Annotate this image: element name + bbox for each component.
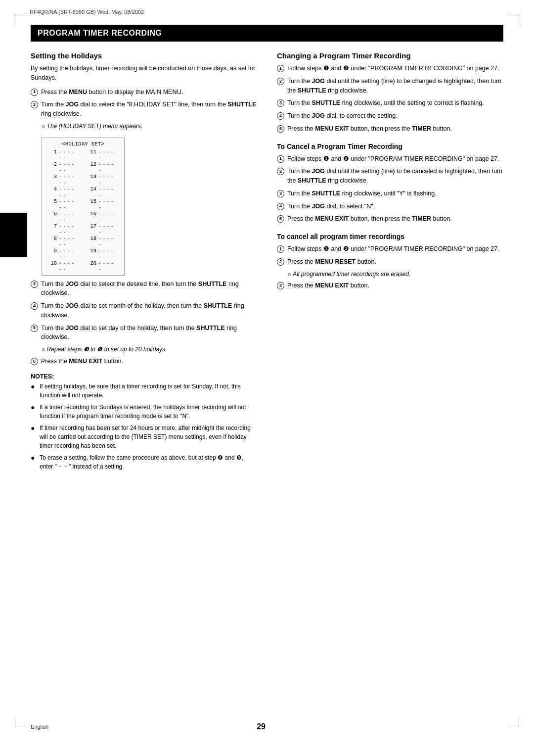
footer-page-number: 29: [257, 722, 266, 731]
step-3-text: Turn the JOG dial to select the desired …: [41, 280, 257, 298]
change-step-1: 1 Follow steps ❶ and ❷ under "PROGRAM TI…: [277, 64, 503, 73]
change-step-5: 5 Press the MENU EXIT button, then press…: [277, 124, 503, 134]
setting-holidays-title: Setting the Holidays: [31, 51, 257, 60]
holiday-row-11: 11-----: [88, 149, 118, 161]
cancel-step-1-text: Follow steps ❶ and ❷ under "PROGRAM TIME…: [287, 154, 499, 164]
cancel-step-num-4: 4: [277, 203, 284, 210]
holiday-col-right: 11----- 12----- 13----- 14----- 15----- …: [88, 149, 118, 272]
cancel-step-num-2: 2: [277, 168, 284, 175]
note-1: ● If setting holidays, be sure that a ti…: [31, 382, 257, 400]
cancel-all-step-1: 1 Follow steps ❶ and ❷ under "PROGRAM TI…: [277, 244, 503, 254]
cancel-step-3: 3 Turn the SHUTTLE ring clockwise, until…: [277, 189, 503, 198]
note-3: ● If timer recording has been set for 24…: [31, 424, 257, 450]
holiday-row-5: 5------: [48, 198, 79, 210]
cancel-all-steps-2: 3 Press the MENU EXIT button.: [277, 281, 503, 290]
cancel-all-step-num-3: 3: [277, 282, 284, 289]
holidays-steps-list-3: 6 Press the MENU EXIT button.: [31, 357, 257, 366]
cancel-step-3-text: Turn the SHUTTLE ring clockwise, until "…: [287, 189, 437, 198]
change-step-num-1: 1: [277, 65, 284, 72]
two-column-layout: Setting the Holidays By setting the holi…: [31, 51, 503, 474]
cancel-all-steps: 1 Follow steps ❶ and ❷ under "PROGRAM TI…: [277, 244, 503, 267]
notes-list: ● If setting holidays, be sure that a ti…: [31, 382, 257, 471]
main-content: PROGRAM TIMER RECORDING Setting the Holi…: [0, 20, 534, 494]
change-step-3-text: Turn the SHUTTLE ring clockwise, until t…: [287, 98, 484, 108]
cancel-all-step-2-text: Press the MENU RESET button.: [287, 257, 376, 267]
holiday-row-8: 8------: [48, 236, 79, 247]
note-4-text: To erase a setting, follow the same proc…: [40, 453, 257, 471]
step-num-4: 4: [31, 302, 38, 310]
change-step-num-5: 5: [277, 125, 284, 133]
holiday-row-19: 19-----: [88, 248, 118, 260]
change-step-4: 4 Turn the JOG dial, to correct the sett…: [277, 111, 503, 121]
crop-mark-tr: [509, 15, 519, 25]
note-2: ● If a timer recording for Sundays is en…: [31, 403, 257, 421]
holidays-steps-list-2: 3 Turn the JOG dial to select the desire…: [31, 280, 257, 342]
cancel-step-4: 4 Turn the JOG dial, to select "N".: [277, 202, 503, 211]
change-step-num-2: 2: [277, 78, 284, 85]
note-3-text: If timer recording has been set for 24 h…: [40, 424, 257, 450]
notes-label: NOTES:: [31, 373, 257, 380]
step-num-1: 1: [31, 89, 38, 96]
holiday-row-20: 20-----: [88, 260, 118, 272]
holiday-row-13: 13-----: [88, 174, 118, 186]
cancel-step-4-text: Turn the JOG dial, to select "N".: [287, 202, 375, 211]
change-step-2-text: Turn the JOG dial until the setting (lin…: [287, 77, 503, 95]
holiday-row-6: 6------: [48, 211, 79, 223]
step-1-text: Press the MENU button to display the MAI…: [41, 88, 183, 97]
bullet-4: ●: [31, 454, 38, 461]
step-4: 4 Turn the JOG dial to set month of the …: [31, 301, 257, 320]
bullet-1: ●: [31, 383, 38, 390]
holiday-set-table: <HOLIDAY SET> 1------ 2------ 3------ 4-…: [42, 138, 125, 276]
holiday-row-7: 7------: [48, 223, 79, 235]
holiday-table-title: <HOLIDAY SET>: [48, 141, 118, 147]
bullet-2: ●: [31, 404, 38, 411]
holiday-row-17: 17-----: [88, 223, 118, 235]
model-info: RF4QR/NA (SRT-8960 GB) Wed. May, 08/2002: [30, 9, 144, 15]
holiday-col-left: 1------ 2------ 3------ 4------ 5------ …: [48, 149, 79, 272]
holiday-table-rows: 1------ 2------ 3------ 4------ 5------ …: [48, 149, 118, 272]
holiday-row-15: 15-----: [88, 198, 118, 210]
step-num-2: 2: [31, 101, 38, 108]
step-5-text: Turn the JOG dial to set day of the holi…: [41, 324, 257, 342]
change-step-1-text: Follow steps ❶ and ❷ under "PROGRAM TIME…: [287, 64, 499, 73]
change-step-3: 3 Turn the SHUTTLE ring clockwise, until…: [277, 98, 503, 108]
changing-title: Changing a Program Timer Recording: [277, 51, 503, 60]
footer-language: English: [31, 724, 48, 730]
changing-steps: 1 Follow steps ❶ and ❷ under "PROGRAM TI…: [277, 64, 503, 134]
cancel-step-1: 1 Follow steps ❶ and ❷ under "PROGRAM TI…: [277, 154, 503, 164]
cancel-all-step-num-1: 1: [277, 245, 284, 253]
cancel-step-num-3: 3: [277, 190, 284, 197]
note-4: ● To erase a setting, follow the same pr…: [31, 453, 257, 471]
cancel-step-5-text: Press the MENU EXIT button, then press t…: [287, 214, 452, 224]
cancel-title: To Cancel a Program Timer Recording: [277, 142, 503, 150]
step-3: 3 Turn the JOG dial to select the desire…: [31, 280, 257, 298]
cancel-all-title: To cancel all program timer recordings: [277, 233, 503, 240]
step-6: 6 Press the MENU EXIT button.: [31, 357, 257, 366]
cancel-step-num-5: 5: [277, 215, 284, 223]
step-5: 5 Turn the JOG dial to set day of the ho…: [31, 324, 257, 342]
cancel-steps: 1 Follow steps ❶ and ❷ under "PROGRAM TI…: [277, 154, 503, 224]
bullet-3: ●: [31, 425, 38, 431]
step-4-text: Turn the JOG dial to set month of the ho…: [41, 301, 257, 320]
change-step-num-3: 3: [277, 99, 284, 107]
cancel-all-step-3-text: Press the MENU EXIT button.: [287, 281, 369, 290]
step-2-text: Turn the JOG dial to select the "8.HOLID…: [41, 100, 257, 119]
note-2-text: If a timer recording for Sundays is ente…: [40, 403, 257, 421]
crop-mark-tl: [15, 15, 25, 25]
holiday-row-16: 16-----: [88, 211, 118, 223]
step-2: 2 Turn the JOG dial to select the "8.HOL…: [31, 100, 257, 119]
holiday-row-1: 1------: [48, 149, 79, 161]
cancel-all-step-3: 3 Press the MENU EXIT button.: [277, 281, 503, 290]
holiday-row-18: 18-----: [88, 236, 118, 247]
sub-note-holiday-menu: The (HOLIDAY SET) menu appears.: [31, 122, 257, 131]
left-column: Setting the Holidays By setting the holi…: [31, 51, 257, 474]
cancel-all-step-2: 2 Press the MENU RESET button.: [277, 257, 503, 267]
holiday-row-12: 12-----: [88, 161, 118, 173]
cancel-step-num-1: 1: [277, 155, 284, 163]
step-6-text: Press the MENU EXIT button.: [41, 357, 123, 366]
step-num-3: 3: [31, 281, 38, 288]
change-step-num-4: 4: [277, 112, 284, 120]
section-title: PROGRAM TIMER RECORDING: [31, 25, 503, 42]
cancel-all-step-num-2: 2: [277, 258, 284, 266]
note-1-text: If setting holidays, be sure that a time…: [40, 382, 257, 400]
